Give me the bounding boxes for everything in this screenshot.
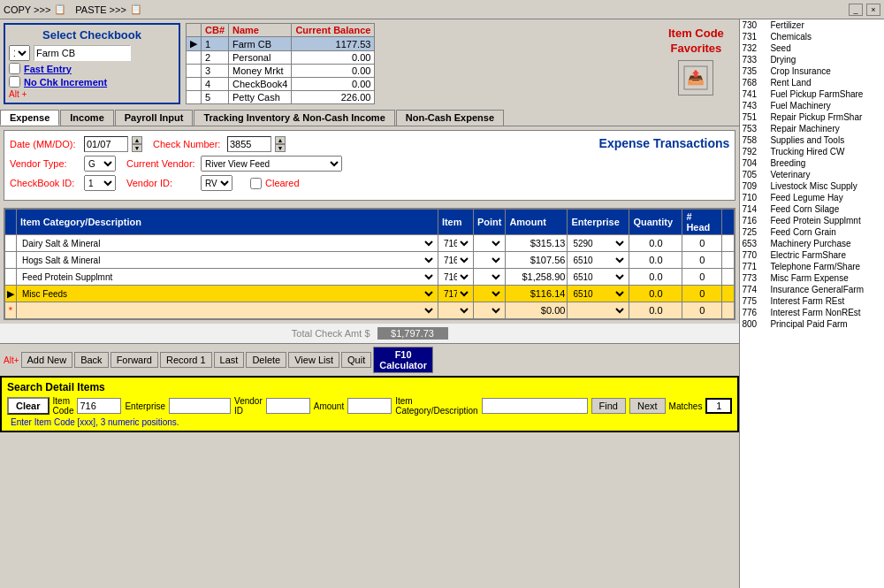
item-code-list-item[interactable]: 743Fuel Machinery — [740, 100, 884, 111]
trans-row-point[interactable] — [473, 235, 506, 252]
back-button[interactable]: Back — [74, 352, 108, 368]
trans-desc-select[interactable]: Hogs Salt & Mineral — [19, 253, 436, 267]
trans-point-select[interactable] — [476, 286, 504, 301]
close-button[interactable]: × — [866, 4, 880, 16]
item-code-list-item[interactable]: 704Breeding — [740, 157, 884, 169]
item-code-list-item[interactable]: 705Veterinary — [740, 169, 884, 180]
trans-row-point[interactable] — [473, 302, 506, 319]
next-button[interactable]: Next — [629, 398, 666, 414]
checkbook-name-input[interactable] — [34, 45, 131, 61]
minimize-button[interactable]: _ — [849, 4, 863, 16]
amount-search-input[interactable] — [347, 398, 392, 414]
item-code-list-item[interactable]: 775Interest Farm REst — [740, 295, 884, 307]
find-button[interactable]: Find — [591, 398, 626, 414]
item-code-list-item[interactable]: 800Principal Paid Farm — [740, 318, 884, 330]
fast-entry-checkbox[interactable] — [9, 63, 20, 74]
item-code-list-item[interactable]: 710Feed Legume Hay — [740, 192, 884, 203]
paste-label[interactable]: PASTE >>> — [75, 4, 126, 15]
copy-label[interactable]: COPY >>> — [4, 4, 50, 15]
trans-enterprise-select[interactable]: 6510 — [569, 253, 627, 267]
trans-desc-select[interactable]: Misc Feeds — [19, 286, 436, 301]
trans-row-desc[interactable] — [17, 302, 438, 319]
trans-row-item[interactable]: 717 — [438, 286, 473, 302]
trans-row-enterprise[interactable]: 6510 — [568, 286, 629, 302]
trans-table-row[interactable]: * $0.00 0.0 0 — [5, 302, 735, 319]
trans-enterprise-select[interactable]: 6510 — [569, 286, 627, 301]
trans-desc-select[interactable]: Feed Protein Supplmnt — [19, 270, 436, 284]
trans-enterprise-select[interactable] — [569, 303, 627, 317]
trans-row-desc[interactable]: Hogs Salt & Mineral — [17, 252, 438, 269]
item-code-list-item[interactable]: 733Drying — [740, 54, 884, 65]
trans-row-enterprise[interactable] — [568, 302, 629, 319]
cb-table-row[interactable]: 3 Money Mrkt 0.00 — [187, 65, 375, 78]
favorites-icon[interactable]: 📤 — [678, 60, 713, 95]
date-spinner[interactable]: ▲ ▼ — [132, 136, 142, 152]
copy-icon[interactable]: 📋 — [54, 4, 66, 15]
enterprise-search-input[interactable] — [169, 398, 231, 414]
item-code-list-item[interactable]: 773Misc Farm Expense — [740, 272, 884, 284]
trans-table-row[interactable]: Feed Protein Supplmnt 716 $1,258.90 6510… — [5, 269, 735, 286]
last-button[interactable]: Last — [214, 352, 245, 368]
current-vendor-select[interactable]: River View Feed — [201, 156, 342, 172]
item-code-list-item[interactable]: 714Feed Corn Silage — [740, 203, 884, 215]
cb-table-row[interactable]: 5 Petty Cash 226.00 — [187, 91, 375, 104]
no-chk-increment-checkbox[interactable] — [9, 76, 20, 88]
trans-point-select[interactable] — [476, 253, 504, 267]
date-input[interactable] — [84, 136, 128, 152]
trans-row-desc[interactable]: Misc Feeds — [17, 286, 438, 302]
vendor-id-select[interactable]: RVF — [201, 175, 232, 191]
item-code-list-item[interactable]: 709Livestock Misc Supply — [740, 180, 884, 192]
trans-row-enterprise[interactable]: 5290 — [568, 235, 629, 252]
item-code-list-item[interactable]: 730Fertilizer — [740, 19, 884, 31]
trans-row-item[interactable]: 716 — [438, 269, 473, 286]
item-code-list-item[interactable]: 735Crop Insurance — [740, 65, 884, 77]
item-code-list-item[interactable]: 725Feed Corn Grain — [740, 226, 884, 238]
trans-item-select[interactable]: 716 — [440, 236, 471, 250]
trans-row-enterprise[interactable]: 6510 — [568, 269, 629, 286]
checkbook-id-select[interactable]: 1 — [84, 175, 116, 191]
check-num-input[interactable] — [227, 136, 271, 152]
view-list-button[interactable]: View List — [288, 352, 339, 368]
cb-table-row[interactable]: 4 CheckBook4 0.00 — [187, 78, 375, 91]
item-code-search-input[interactable] — [77, 398, 121, 414]
item-code-list-item[interactable]: 776Interest Farm NonREst — [740, 307, 884, 318]
check-num-spinner[interactable]: ▲ ▼ — [275, 136, 286, 152]
item-code-list-item[interactable]: 716Feed Protein Supplmnt — [740, 215, 884, 226]
paste-icon[interactable]: 📋 — [130, 4, 142, 15]
item-code-list-item[interactable]: 653Machinery Purchase — [740, 238, 884, 249]
item-code-list-item[interactable]: 792Trucking Hired CW — [740, 146, 884, 157]
trans-table-row[interactable]: ▶ Misc Feeds 717 $116.14 6510 0.0 0 — [5, 286, 735, 302]
trans-row-item[interactable]: 716 — [438, 252, 473, 269]
item-code-list-item[interactable]: 751Repair Pickup FrmShar — [740, 111, 884, 123]
item-code-list-item[interactable]: 741Fuel Pickup FarmShare — [740, 88, 884, 100]
trans-point-select[interactable] — [476, 303, 504, 317]
trans-table-row[interactable]: Hogs Salt & Mineral 716 $107.56 6510 0.0… — [5, 252, 735, 269]
item-code-list-item[interactable]: 758Supplies and Tools — [740, 134, 884, 146]
trans-item-select[interactable]: 717 — [440, 286, 471, 301]
trans-item-select[interactable] — [440, 303, 471, 317]
trans-enterprise-select[interactable]: 6510 — [569, 270, 627, 284]
trans-point-select[interactable] — [476, 270, 504, 284]
item-code-list-item[interactable]: 753Repair Machinery — [740, 123, 884, 134]
item-code-list-item[interactable]: 768Rent Land — [740, 77, 884, 88]
checkbook-number-select[interactable]: 123 — [9, 45, 30, 61]
trans-item-select[interactable]: 716 — [440, 270, 471, 284]
tab-tracking[interactable]: Tracking Inventory & Non-Cash Income — [194, 110, 394, 126]
trans-row-desc[interactable]: Dairy Salt & Mineral — [17, 235, 438, 252]
item-code-list-item[interactable]: 770Electric FarmShare — [740, 249, 884, 261]
record-1-button[interactable]: Record 1 — [160, 352, 212, 368]
item-code-list-item[interactable]: 771Telephone Farm/Share — [740, 261, 884, 272]
vendor-id-search-input[interactable] — [266, 398, 310, 414]
trans-item-select[interactable]: 716 — [440, 253, 471, 267]
forward-button[interactable]: Forward — [110, 352, 158, 368]
cleared-checkbox[interactable] — [250, 178, 262, 189]
trans-row-enterprise[interactable]: 6510 — [568, 252, 629, 269]
trans-row-point[interactable] — [473, 269, 506, 286]
trans-desc-select[interactable]: Dairy Salt & Mineral — [19, 236, 436, 250]
item-code-list-item[interactable]: 731Chemicals — [740, 31, 884, 42]
trans-desc-select[interactable] — [19, 303, 436, 317]
tab-noncash[interactable]: Non-Cash Expense — [396, 110, 504, 126]
trans-row-desc[interactable]: Feed Protein Supplmnt — [17, 269, 438, 286]
trans-point-select[interactable] — [476, 236, 504, 250]
tab-expense[interactable]: Expense — [0, 110, 59, 126]
